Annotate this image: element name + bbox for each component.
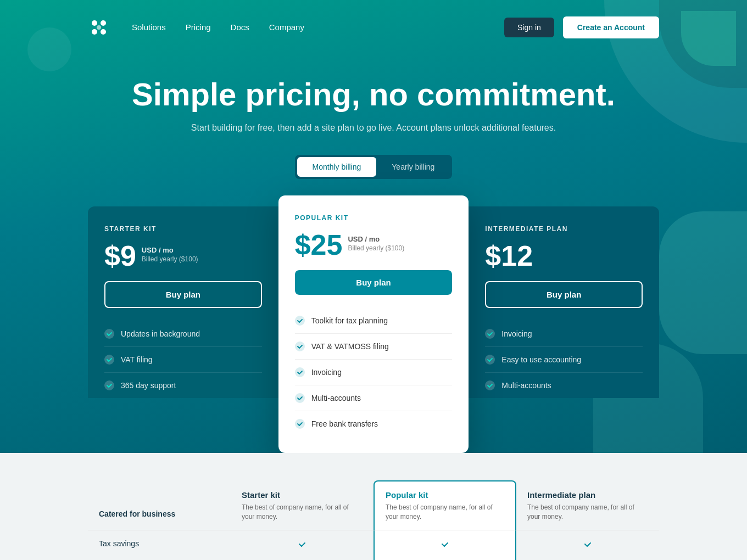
list-item: VAT & VATMOSS filing — [295, 334, 453, 360]
comp-starter-header: Starter kit The best of company name, fo… — [231, 481, 374, 530]
popular-plan-card: POPULAR KIT $25 USD / mo Billed yearly (… — [278, 195, 469, 453]
list-item: Multi-accounts — [485, 373, 643, 398]
svg-point-4 — [97, 25, 101, 30]
svg-point-15 — [485, 380, 495, 390]
comp-tax-starter — [231, 530, 374, 560]
comp-intermediate-desc: The best of company name, for all of you… — [527, 503, 648, 522]
intermediate-buy-button[interactable]: Buy plan — [485, 281, 643, 308]
popular-currency: USD / mo — [348, 235, 404, 243]
nav-links: Solutions Pricing Docs Company — [132, 23, 304, 32]
popular-buy-button[interactable]: Buy plan — [295, 270, 453, 295]
list-item: Invoicing — [295, 360, 453, 385]
intermediate-feature-2: Easy to use accounting — [501, 355, 581, 364]
starter-buy-button[interactable]: Buy plan — [104, 281, 262, 308]
svg-point-2 — [92, 29, 97, 35]
popular-billed: Billed yearly ($100) — [348, 244, 404, 252]
starter-feature-3: 365 day support — [121, 381, 176, 390]
starter-price: $9 — [104, 242, 136, 270]
starter-plan-label: STARTER KIT — [104, 225, 262, 233]
popular-feature-5: Free bank transfers — [311, 419, 378, 428]
svg-point-7 — [104, 380, 114, 390]
popular-feature-3: Invoicing — [311, 368, 342, 377]
list-item: Free bank transfers — [295, 411, 453, 436]
list-item: 365 day support — [104, 373, 262, 398]
svg-point-11 — [295, 393, 305, 403]
list-item: Toolkit for tax planning — [295, 308, 453, 334]
comparison-category-header: Catered for business — [88, 500, 231, 530]
billing-toggle: Monthly billing Yearly billing — [295, 155, 453, 179]
list-item: Multi-accounts — [295, 385, 453, 411]
nav-company[interactable]: Company — [269, 23, 304, 32]
svg-point-12 — [295, 419, 305, 429]
intermediate-price: $12 — [485, 242, 533, 270]
starter-plan-card: STARTER KIT $9 USD / mo Billed yearly ($… — [88, 206, 278, 398]
popular-feature-4: Multi-accounts — [311, 394, 361, 402]
svg-point-8 — [295, 316, 305, 326]
comp-intermediate-header: Intermediate plan The best of company na… — [516, 481, 659, 530]
navbar: Solutions Pricing Docs Company Sign in C… — [88, 0, 659, 55]
logo[interactable] — [88, 16, 110, 38]
intermediate-feature-3: Multi-accounts — [501, 381, 551, 390]
monthly-billing-btn[interactable]: Monthly billing — [297, 157, 377, 177]
comp-tax-label: Tax savings — [88, 530, 231, 560]
svg-point-5 — [104, 329, 114, 339]
comparison-header: Catered for business Starter kit The bes… — [88, 480, 659, 530]
popular-plan-label: POPULAR KIT — [295, 214, 453, 222]
svg-point-1 — [101, 20, 106, 26]
comp-popular-name: Popular kit — [386, 490, 504, 500]
starter-feature-1: Updates in background — [121, 329, 200, 338]
list-item: Invoicing — [485, 321, 643, 347]
svg-point-10 — [295, 367, 305, 377]
page-title: Simple pricing, no commitment. — [88, 77, 659, 112]
starter-currency: USD / mo — [142, 246, 198, 254]
comparison-tax-row: Tax savings — [88, 530, 659, 560]
signin-button[interactable]: Sign in — [504, 18, 554, 37]
starter-feature-2: VAT filing — [121, 355, 153, 364]
popular-price: $25 — [295, 231, 343, 259]
comp-starter-desc: The best of company name, for all of you… — [242, 503, 363, 522]
svg-point-0 — [92, 20, 97, 26]
yearly-billing-btn[interactable]: Yearly billing — [376, 157, 450, 177]
svg-point-14 — [485, 355, 495, 365]
svg-point-13 — [485, 329, 495, 339]
comp-tax-popular — [374, 530, 516, 560]
starter-billed: Billed yearly ($100) — [142, 255, 198, 263]
list-item: VAT filing — [104, 347, 262, 373]
comp-tax-intermediate — [516, 530, 659, 560]
hero-subtitle: Start building for free, then add a site… — [88, 123, 659, 133]
svg-point-9 — [295, 341, 305, 351]
list-item: Updates in background — [104, 321, 262, 347]
comp-starter-name: Starter kit — [242, 490, 363, 500]
popular-feature-2: VAT & VATMOSS filing — [311, 342, 389, 351]
nav-pricing[interactable]: Pricing — [186, 23, 211, 32]
svg-point-3 — [101, 29, 106, 35]
intermediate-plan-label: INTERMEDIATE PLAN — [485, 225, 643, 233]
comparison-category: Catered for business — [99, 509, 175, 518]
comp-popular-desc: The best of company name, for all of you… — [386, 503, 504, 522]
list-item: Easy to use accounting — [485, 347, 643, 373]
popular-features: Toolkit for tax planning VAT & VATMOSS f… — [295, 308, 453, 436]
create-account-button[interactable]: Create an Account — [563, 16, 659, 38]
comparison-section: Catered for business Starter kit The bes… — [0, 453, 747, 560]
nav-solutions[interactable]: Solutions — [132, 23, 166, 32]
nav-right: Sign in Create an Account — [504, 16, 659, 38]
intermediate-feature-1: Invoicing — [501, 329, 532, 338]
intermediate-plan-card: INTERMEDIATE PLAN $12 Buy plan Invoicing… — [469, 206, 659, 398]
popular-feature-1: Toolkit for tax planning — [311, 316, 388, 325]
nav-docs[interactable]: Docs — [231, 23, 249, 32]
comp-popular-header: Popular kit The best of company name, fo… — [374, 480, 516, 530]
svg-point-6 — [104, 355, 114, 365]
intermediate-features: Invoicing Easy to use accounting Multi-a… — [485, 321, 643, 398]
comp-intermediate-name: Intermediate plan — [527, 490, 648, 500]
starter-features: Updates in background VAT filing 365 day… — [104, 321, 262, 398]
